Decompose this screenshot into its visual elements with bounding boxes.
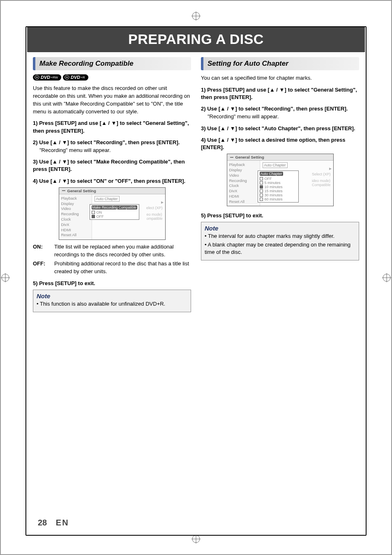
disc-icon [35, 75, 39, 80]
ghost-text: Select (XP) [312, 172, 331, 176]
menu-title-text: General Setting [67, 189, 96, 193]
step-1: 1) Press [SETUP] and use [▲ / ▼] to sele… [201, 86, 359, 101]
definition-list: ON: Title list will be replaced when you… [33, 243, 191, 276]
ghost-text: eo mode)ompatible [146, 212, 162, 221]
menu-item: HDMI [61, 228, 90, 233]
menu-item: Reset All [61, 233, 90, 238]
menu-item: Display [61, 201, 90, 207]
note-item: The interval for auto chapter marks may … [205, 233, 355, 240]
step-5: 5) Press [SETUP] to exit. [201, 212, 359, 219]
menu-title: General Setting [59, 188, 165, 194]
note-box-right: Note The interval for auto chapter marks… [201, 222, 359, 260]
step-2: 2) Use [▲ / ▼] to select "Recording", th… [33, 139, 191, 146]
menu-title: General Setting [227, 154, 333, 161]
badge-dvd-rw: DVD+RW [33, 74, 61, 81]
step-4: 4) Use [▲ / ▼] to select a desired time … [201, 136, 359, 151]
step-3: 3) Use [▲ / ▼] to select "Auto Chapter",… [201, 125, 359, 132]
step-2-sub: "Recording" menu will appear. [208, 113, 359, 120]
crop-mark-bottom [191, 534, 201, 543]
menu-item: Reset All [229, 199, 258, 205]
menu-right-label: Auto Chapter [95, 196, 120, 202]
note-title: Note [37, 292, 187, 299]
option-60: 60 minutes [260, 197, 297, 201]
wrench-icon [62, 189, 66, 193]
page-lang: EN [56, 518, 69, 527]
left-column: Make Recording Compatible DVD+RW DVD+R U… [33, 57, 191, 312]
crop-mark-top [191, 12, 201, 21]
menu-item: Clock [61, 217, 90, 222]
menu-item: Playback [61, 196, 90, 201]
badge-dvd-r: DVD+R [63, 74, 88, 81]
intro-text: Use this feature to make the discs recor… [33, 85, 191, 115]
note-item: A blank chapter may be created depending… [205, 241, 355, 256]
option-15: 15 minutes [260, 189, 297, 193]
menu-screenshot-left: General Setting Playback Display Video R… [59, 187, 166, 240]
heading-make-recording-compatible: Make Recording Compatible [33, 57, 191, 70]
menu-title-text: General Setting [235, 155, 264, 159]
def-term-on: ON: [33, 243, 54, 259]
note-box-left: Note This function is also available for… [33, 290, 191, 312]
menu-item: DivX [61, 222, 90, 228]
option-5: 5 minutes [260, 181, 297, 185]
option-off: OFF [260, 177, 297, 181]
popup-title: Make Recording Compatible [92, 205, 137, 210]
option-on: ON [92, 210, 137, 214]
heading-auto-chapter: Setting for Auto Chapter [201, 57, 359, 70]
page-footer: 28 EN [38, 518, 69, 527]
menu-item: HDMI [229, 194, 258, 199]
option-off: OFF [92, 214, 137, 219]
intro-text: You can set a specified time for chapter… [201, 74, 359, 82]
chevron-right-icon: ▸ [329, 166, 332, 171]
svg-rect-10 [62, 190, 65, 191]
def-text-off: Prohibiting additional record to the dis… [54, 260, 191, 276]
chevron-right-icon: ▸ [161, 199, 164, 205]
menu-item: Recording [229, 178, 258, 184]
def-term-off: OFF: [33, 260, 54, 276]
ghost-text: elect (XP) [146, 206, 163, 210]
menu-item: Playback [229, 162, 258, 168]
disc-icon [65, 75, 69, 80]
step-1: 1) Press [SETUP] and use [▲ / ▼] to sele… [33, 120, 191, 134]
ghost-text: ideo mode)Compatible [312, 179, 331, 187]
note-item: This function is also available for unfi… [37, 300, 187, 308]
svg-point-9 [67, 77, 68, 78]
menu-right-label: Auto Chapter [263, 162, 288, 168]
step-5: 5) Press [SETUP] to exit. [33, 280, 191, 287]
page-number: 28 [38, 518, 47, 527]
right-column: Setting for Auto Chapter You can set a s… [201, 57, 359, 312]
menu-item: Display [229, 168, 258, 173]
menu-item: Recording [61, 212, 90, 217]
menu-item: Video [229, 173, 258, 178]
menu-screenshot-right: General Setting Playback Display Video R… [227, 154, 334, 206]
crop-mark-right [382, 273, 391, 282]
note-title: Note [205, 225, 355, 232]
menu-left-list: Playback Display Video Recording Clock D… [227, 161, 260, 206]
step-2-sub: "Recording" menu will appear. [39, 147, 191, 154]
menu-item: DivX [229, 189, 258, 194]
crop-mark-left [1, 273, 10, 282]
menu-left-list: Playback Display Video Recording Clock D… [59, 194, 92, 240]
page-title: PREPARING A DISC [27, 27, 365, 52]
disc-badges: DVD+RW DVD+R [33, 74, 191, 81]
option-10: 10 minutes [260, 185, 297, 189]
option-30: 30 minutes [260, 193, 297, 197]
popup-title: Auto Chapter [260, 172, 283, 176]
menu-item: Video [61, 206, 90, 212]
step-2: 2) Use [▲ / ▼] to select "Recording", th… [201, 105, 359, 113]
svg-point-7 [37, 77, 38, 78]
wrench-icon [230, 155, 234, 159]
menu-item: Clock [229, 183, 258, 189]
step-3: 3) Use [▲ / ▼] to select "Make Recording… [33, 158, 191, 173]
def-text-on: Title list will be replaced when you mak… [54, 243, 191, 259]
svg-rect-11 [230, 157, 233, 158]
step-4: 4) Use [▲ / ▼] to select "ON" or "OFF", … [33, 177, 191, 185]
